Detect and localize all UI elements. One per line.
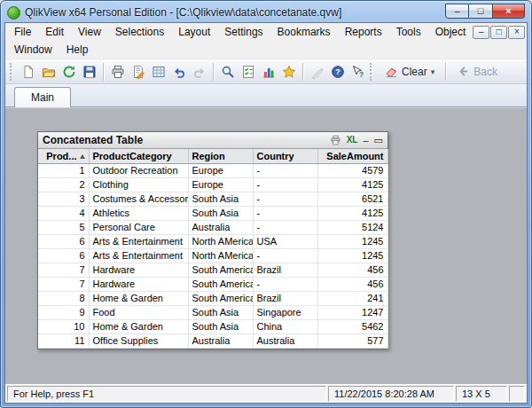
table-cell[interactable]: South America bbox=[188, 291, 253, 305]
table-cell[interactable]: - bbox=[253, 277, 317, 291]
maximize-button[interactable]: □ bbox=[469, 4, 493, 19]
table-cell[interactable]: 4125 bbox=[317, 206, 387, 220]
table-cell[interactable]: Brazil bbox=[253, 263, 317, 277]
table-cell[interactable]: 1 bbox=[38, 163, 89, 177]
table-restore-icon[interactable]: ▭ bbox=[374, 136, 383, 145]
table-cell[interactable]: 6 bbox=[38, 234, 89, 248]
column-header-region[interactable]: Region bbox=[188, 149, 253, 163]
table-cell[interactable]: Costumes & Accessories bbox=[89, 192, 188, 206]
table-cell[interactable]: 456 bbox=[317, 263, 387, 277]
menu-item-window[interactable]: Window bbox=[7, 41, 59, 59]
table-cell[interactable]: China bbox=[253, 319, 317, 333]
table-cell[interactable]: - bbox=[253, 163, 317, 177]
menu-item-file[interactable]: File bbox=[7, 23, 38, 41]
title-bar[interactable]: QlikView x64 Personal Edition - [C:\Qlik… bbox=[4, 3, 528, 22]
toolbar-reload-button[interactable] bbox=[59, 61, 79, 82]
toolbar-redo-button[interactable] bbox=[189, 61, 209, 82]
table-cell[interactable]: Hardware bbox=[89, 277, 188, 291]
tab-main[interactable]: Main bbox=[14, 87, 71, 107]
table-cell[interactable]: 5 bbox=[38, 220, 89, 234]
table-cell[interactable]: 11 bbox=[38, 333, 89, 348]
table-caption-bar[interactable]: Concatenated Table XL – ▭ bbox=[38, 132, 387, 149]
excel-export-icon[interactable]: XL bbox=[347, 136, 358, 145]
table-cell[interactable]: Food bbox=[89, 305, 188, 319]
table-cell[interactable]: 5462 bbox=[317, 319, 387, 333]
menu-item-tools[interactable]: Tools bbox=[389, 23, 428, 41]
toolbar-drag-handle[interactable] bbox=[370, 63, 374, 81]
table-cell[interactable]: Australia bbox=[253, 333, 317, 348]
menu-item-help[interactable]: Help bbox=[59, 41, 96, 59]
table-cell[interactable]: 4 bbox=[38, 206, 89, 220]
menu-item-selections[interactable]: Selections bbox=[108, 23, 171, 41]
table-cell[interactable]: - bbox=[253, 206, 317, 220]
toolbar-print-button[interactable] bbox=[107, 61, 128, 82]
back-button[interactable]: Back bbox=[450, 62, 505, 82]
menu-item-bookmarks[interactable]: Bookmarks bbox=[270, 23, 338, 41]
close-button[interactable]: × bbox=[493, 4, 525, 19]
toolbar-new-file-button[interactable] bbox=[18, 61, 38, 82]
menu-item-reports[interactable]: Reports bbox=[338, 23, 389, 41]
table-cell[interactable]: North AMerica bbox=[188, 234, 253, 248]
toolbar-undo-button[interactable] bbox=[168, 61, 189, 82]
table-cell[interactable]: - bbox=[253, 248, 317, 263]
toolbar-notes-button[interactable] bbox=[307, 61, 327, 82]
table-cell[interactable]: 10 bbox=[38, 319, 89, 333]
table-minimize-icon[interactable]: – bbox=[363, 136, 368, 145]
toolbar-save-button[interactable] bbox=[79, 61, 99, 82]
table-cell[interactable]: 8 bbox=[38, 291, 89, 305]
table-cell[interactable]: - bbox=[253, 192, 317, 206]
table-cell[interactable]: Personal Care bbox=[89, 220, 188, 234]
toolbar-quick-chart-button[interactable] bbox=[258, 61, 278, 82]
table-cell[interactable]: Australia bbox=[188, 333, 253, 348]
toolbar-context-help-button[interactable]: ? bbox=[348, 61, 368, 82]
toolbar-drag-handle[interactable] bbox=[10, 63, 14, 81]
table-cell[interactable]: 3 bbox=[38, 192, 89, 206]
table-cell[interactable]: Home & Garden bbox=[89, 291, 188, 305]
table-cell[interactable]: Home & Garden bbox=[89, 319, 188, 333]
table-cell[interactable]: 241 bbox=[317, 291, 387, 305]
table-cell[interactable]: 6521 bbox=[317, 192, 387, 206]
table-cell[interactable]: 7 bbox=[38, 277, 89, 291]
table-cell[interactable]: North AMerica bbox=[188, 248, 253, 263]
table-cell[interactable]: 577 bbox=[317, 333, 387, 348]
mdi-minimize-button[interactable]: – bbox=[473, 26, 489, 39]
status-resize-grip[interactable] bbox=[509, 386, 525, 402]
table-cell[interactable]: - bbox=[253, 177, 317, 192]
table-cell[interactable]: Office Supplies bbox=[89, 333, 188, 348]
table-cell[interactable]: Athletics bbox=[89, 206, 188, 220]
table-cell[interactable]: 4125 bbox=[317, 177, 387, 192]
table-cell[interactable]: Australia bbox=[188, 220, 253, 234]
toolbar-open-button[interactable] bbox=[38, 61, 59, 82]
table-cell[interactable]: Europe bbox=[188, 177, 253, 192]
table-cell[interactable]: 7 bbox=[38, 263, 89, 277]
column-header-saleamount[interactable]: SaleAmount bbox=[317, 149, 387, 163]
table-cell[interactable]: Singapore bbox=[253, 305, 317, 319]
toolbar-bookmark-button[interactable] bbox=[278, 61, 299, 82]
toolbar-search-button[interactable] bbox=[217, 61, 238, 82]
table-cell[interactable]: 2 bbox=[38, 177, 89, 192]
table-cell[interactable]: 1245 bbox=[317, 234, 387, 248]
column-header-productcategory[interactable]: ProductCategory bbox=[89, 149, 188, 163]
toolbar-help-button[interactable]: ? bbox=[327, 61, 348, 82]
table-cell[interactable]: 4579 bbox=[317, 163, 387, 177]
table-cell[interactable]: South Asia bbox=[188, 319, 253, 333]
table-cell[interactable]: 456 bbox=[317, 277, 387, 291]
clear-button[interactable]: Clear▾ bbox=[378, 62, 442, 82]
mdi-restore-button[interactable]: □ bbox=[490, 26, 507, 39]
table-cell[interactable]: 5124 bbox=[317, 220, 387, 234]
table-cell[interactable]: Europe bbox=[188, 163, 253, 177]
table-cell[interactable]: Hardware bbox=[89, 263, 188, 277]
table-cell[interactable]: USA bbox=[253, 234, 317, 248]
table-cell[interactable]: - bbox=[253, 220, 317, 234]
print-icon[interactable] bbox=[330, 135, 341, 145]
table-cell[interactable]: Arts & Entertainment bbox=[89, 234, 188, 248]
table-cell[interactable]: Outdoor Recreation bbox=[89, 163, 188, 177]
table-cell[interactable]: South Asia bbox=[188, 206, 253, 220]
table-cell[interactable]: South Asia bbox=[188, 305, 253, 319]
table-cell[interactable]: South Asia bbox=[188, 192, 253, 206]
table-cell[interactable]: 9 bbox=[38, 305, 89, 319]
table-cell[interactable]: South America bbox=[188, 263, 253, 277]
table-cell[interactable]: Arts & Entertainment bbox=[89, 248, 188, 263]
menu-item-edit[interactable]: Edit bbox=[38, 23, 71, 41]
table-cell[interactable]: 1247 bbox=[317, 305, 387, 319]
